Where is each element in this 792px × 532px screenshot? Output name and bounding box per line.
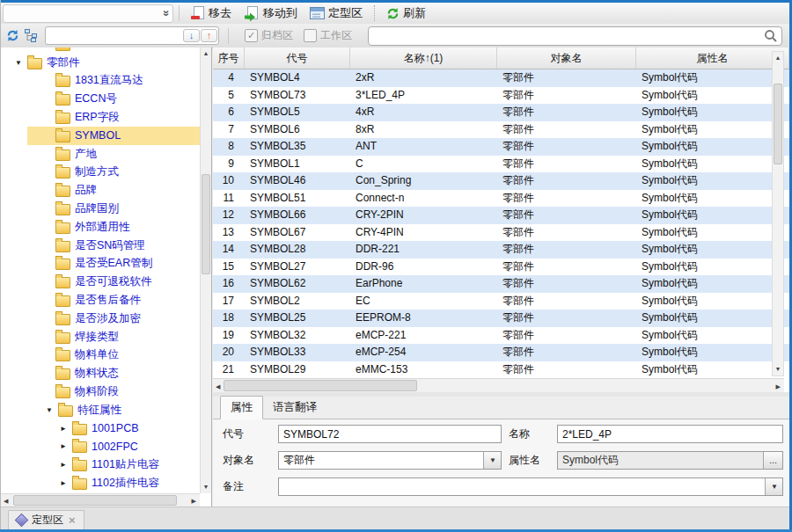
arrow-up-button[interactable]: ↑: [201, 29, 217, 42]
tree-expand-icon[interactable]: ▼: [15, 59, 27, 67]
table-row[interactable]: 16 SYMBOL62 EarPhone 零部件 Symbol代码: [213, 275, 789, 293]
table-row[interactable]: 11 SYMBOL51 Connect-n 零部件 Symbol代码: [213, 190, 789, 208]
sidebar-vscroll-thumb[interactable]: [202, 174, 210, 274]
tree-item[interactable]: 是否涉及加密: [1, 310, 200, 328]
move-to-button[interactable]: 移动到: [238, 4, 304, 23]
name-label: 名称: [509, 425, 530, 443]
remark-dropdown-icon[interactable]: ▼: [765, 478, 782, 495]
table-row[interactable]: 13 SYMBOL67 CRY-4PIN 零部件 Symbol代码: [213, 224, 789, 242]
column-header-name-sorted[interactable]: 名称↑(1): [350, 47, 497, 69]
remark-input[interactable]: [279, 478, 765, 495]
tree-item[interactable]: 是否售后备件: [1, 291, 200, 310]
tree-expand-icon[interactable]: ►: [60, 425, 72, 433]
table-row[interactable]: 21 SYMBOL29 eMMC-153 零部件 Symbol代码: [213, 361, 789, 379]
tree-item[interactable]: ▼ 零部件: [1, 54, 200, 72]
tree-item[interactable]: 是否可退税软件: [1, 273, 200, 291]
table-scroll-left-icon[interactable]: ◀: [216, 383, 220, 391]
workspace-checkbox[interactable]: 工作区: [304, 28, 352, 43]
blue-refresh-icon[interactable]: [6, 29, 19, 42]
chevron-overflow-icon[interactable]: »: [161, 10, 170, 16]
tab-properties[interactable]: 属性: [220, 396, 263, 419]
tree-item[interactable]: ► 1101贴片电容: [1, 455, 200, 474]
tree-filter-input[interactable]: [46, 29, 183, 42]
code-input[interactable]: [279, 426, 501, 442]
remove-button[interactable]: 移去: [185, 4, 238, 23]
tree-item[interactable]: ► 1002FPC: [1, 438, 200, 456]
tree-item[interactable]: 产地: [1, 145, 200, 164]
tree-expand-icon[interactable]: ▼: [46, 406, 58, 414]
table-row[interactable]: 14 SYMBOL28 DDR-221 零部件 Symbol代码: [213, 241, 789, 259]
table-row[interactable]: 19 SYMBOL32 eMCP-221 零部件 Symbol代码: [213, 327, 789, 345]
finalize-area-tab[interactable]: 定型区 ×: [8, 510, 84, 529]
object-input[interactable]: [279, 452, 483, 469]
table-row[interactable]: 15 SYMBOL27 DDR-96 零部件 Symbol代码: [213, 259, 789, 276]
column-header-code[interactable]: 代号: [245, 47, 350, 69]
tree-item[interactable]: ERP字段: [1, 108, 200, 127]
table-scroll-up-icon[interactable]: ▲: [773, 54, 783, 62]
scroll-down-icon[interactable]: ▼: [201, 483, 211, 492]
archive-checkbox[interactable]: ✓ 归档区: [245, 28, 293, 43]
tree-expand-icon[interactable]: ►: [60, 442, 72, 450]
table-row[interactable]: 20 SYMBOL33 eMCP-254 零部件 Symbol代码: [213, 344, 789, 361]
refresh-button[interactable]: 刷新: [380, 4, 432, 23]
table-vertical-scrollbar[interactable]: ▲ ▼: [772, 51, 784, 376]
name-input[interactable]: [558, 426, 782, 442]
tree-item[interactable]: ▼ 特征属性: [1, 401, 200, 419]
table-row[interactable]: 18 SYMBOL25 EEPROM-8 零部件 Symbol代码: [213, 310, 789, 327]
tab-translation[interactable]: 语言翻译: [263, 397, 326, 419]
tree-item[interactable]: 外部通用性: [1, 218, 200, 237]
tree-item[interactable]: SYMBOL: [1, 127, 200, 145]
scroll-up-icon[interactable]: ▲: [201, 49, 211, 58]
column-header-attr[interactable]: 属性名: [636, 47, 789, 69]
tree-item[interactable]: 物料状态: [1, 364, 200, 383]
table-row[interactable]: 9 SYMBOL1 C 零部件 Symbol代码: [213, 156, 789, 173]
table-row[interactable]: 17 SYMBOL2 EC 零部件 Symbol代码: [213, 293, 789, 310]
hierarchy-icon[interactable]: [25, 29, 38, 42]
table-row[interactable]: 12 SYMBOL66 CRY-2PIN 零部件 Symbol代码: [213, 207, 789, 224]
search-input[interactable]: [369, 30, 764, 42]
tree-expand-icon[interactable]: ►: [60, 479, 72, 487]
sidebar-vertical-scrollbar[interactable]: ▲ ▼: [200, 47, 211, 493]
scroll-left-icon[interactable]: ◀: [4, 497, 8, 506]
tree-item[interactable]: [1, 47, 200, 54]
tree-item[interactable]: 1831直流马达: [1, 72, 200, 91]
finalize-area-button[interactable]: 定型区: [304, 4, 369, 23]
tree-item[interactable]: 物料阶段: [1, 383, 200, 401]
object-dropdown-icon[interactable]: ▼: [483, 452, 501, 469]
arrow-down-button[interactable]: ↓: [183, 29, 200, 42]
table-row[interactable]: 8 SYMBOL35 ANT 零部件 Symbol代码: [213, 138, 789, 156]
tree-item[interactable]: ► 1102插件电容: [1, 474, 200, 492]
tree-item[interactable]: 是否SN码管理: [1, 237, 200, 255]
workspace-checkbox-box[interactable]: [304, 29, 317, 42]
sidebar-horizontal-scrollbar[interactable]: ◀ ▶: [1, 493, 200, 506]
table-vscroll-thumb[interactable]: [774, 84, 782, 164]
toolbar-overflow-area[interactable]: »: [3, 4, 173, 23]
column-header-index[interactable]: 序号: [213, 47, 245, 69]
tree-expand-icon[interactable]: ►: [60, 461, 72, 469]
column-header-object[interactable]: 对象名: [497, 47, 636, 69]
tree-item[interactable]: 是否受EAR管制: [1, 255, 200, 273]
archive-checkbox-box[interactable]: ✓: [245, 29, 258, 42]
tree-item[interactable]: 焊接类型: [1, 328, 200, 346]
table-row[interactable]: 4 SYMBOL4 2xR 零部件 Symbol代码: [213, 69, 789, 87]
tree-item[interactable]: 品牌: [1, 181, 200, 200]
tree-item[interactable]: 物料单位: [1, 346, 200, 365]
table-scroll-right-icon[interactable]: ▶: [776, 383, 781, 391]
tree-item[interactable]: ► 1001PCB: [1, 419, 200, 438]
table-row[interactable]: 6 SYMBOL5 4xR 零部件 Symbol代码: [213, 104, 789, 121]
table-hscroll-thumb[interactable]: [224, 380, 417, 391]
cell-name: 8xR: [350, 121, 497, 139]
sidebar-hscroll-thumb[interactable]: [13, 495, 177, 506]
table-row[interactable]: 7 SYMBOL6 8xR 零部件 Symbol代码: [213, 121, 789, 139]
table-scroll-down-icon[interactable]: ▼: [773, 365, 783, 374]
table-horizontal-scrollbar[interactable]: ◀ ▶: [213, 378, 784, 392]
table-row[interactable]: 5 SYMBOL73 3*LED_4P 零部件 Symbol代码: [213, 87, 789, 105]
tree-item[interactable]: ECCN号: [1, 90, 200, 108]
table-row[interactable]: 10 SYMBOL46 Con_Spring 零部件 Symbol代码: [213, 172, 789, 190]
tree-item[interactable]: 品牌国别: [1, 200, 200, 218]
scroll-right-icon[interactable]: ▶: [192, 497, 196, 506]
close-icon[interactable]: ×: [69, 514, 76, 526]
folder-icon: [55, 368, 70, 380]
tree-item[interactable]: 制造方式: [1, 164, 200, 182]
attr-more-button[interactable]: ...: [763, 452, 782, 469]
